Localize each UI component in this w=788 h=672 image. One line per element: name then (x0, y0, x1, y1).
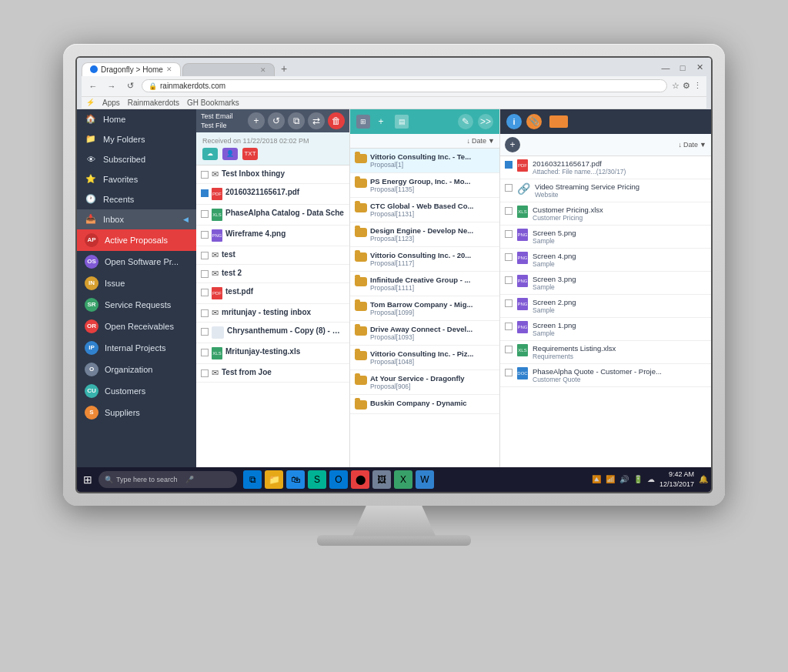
email-checkbox[interactable] (201, 171, 209, 179)
list-item[interactable]: PNG Wireframe 4.png (196, 226, 349, 246)
file-checkbox[interactable] (505, 253, 513, 261)
chevron-right-btn[interactable]: >> (478, 114, 493, 129)
email-checkbox[interactable] (201, 349, 209, 356)
proposal-item[interactable]: Infinitude Creative Group - ... Proposal… (350, 272, 499, 296)
file-checkbox[interactable] (505, 299, 513, 307)
notification-icon[interactable]: 🔔 (699, 475, 708, 483)
bookmark-rainmakerdots[interactable]: Rainmakerdots (128, 99, 179, 107)
edit-icon-btn[interactable]: ✎ (458, 114, 473, 129)
info-icon[interactable]: i (506, 114, 522, 129)
sidebar-item-subscribed[interactable]: 👁 Subscribed (77, 149, 196, 169)
delete-btn[interactable]: 🗑 (328, 112, 345, 129)
browser-tab-inactive[interactable]: ✕ (182, 63, 275, 76)
proposal-item[interactable]: At Your Service - Dragonfly Proposal[906… (350, 370, 499, 395)
proposal-item[interactable]: PS Energy Group, Inc. - Mo... Proposal[1… (350, 173, 499, 198)
tab-close-btn-2[interactable]: ✕ (260, 66, 266, 74)
inbox-collapse-icon[interactable]: ◀ (183, 216, 189, 223)
bookmark-star-icon[interactable]: ☆ (672, 81, 679, 91)
start-button[interactable]: ⊞ (80, 472, 95, 487)
proposal-item[interactable]: Vittorio Consulting Inc. - Te... Proposa… (350, 149, 499, 173)
proposal-item[interactable]: Vittorio Consulting Inc. - Piz... Propos… (350, 346, 499, 370)
refresh-btn[interactable]: ↺ (268, 112, 285, 129)
email-checkbox[interactable] (201, 231, 209, 239)
sidebar-item-customers[interactable]: CU Customers (77, 380, 196, 402)
minimize-btn[interactable]: — (659, 61, 673, 75)
file-list-item[interactable]: XLS Requirements Listing.xlsx Requiremen… (500, 341, 711, 364)
file-list-item[interactable]: PNG Screen 5.png Sample (500, 226, 711, 249)
proposal-item[interactable]: Buskin Company - Dynamic (350, 395, 499, 414)
new-tab-button[interactable]: + (276, 61, 292, 76)
sidebar-item-suppliers[interactable]: S Suppliers (77, 402, 196, 423)
file-list-item[interactable]: PDF 20160321165617.pdf Attached: File na… (500, 156, 711, 179)
forward-btn[interactable]: → (105, 79, 119, 93)
email-checkbox[interactable] (201, 270, 209, 278)
email-checkbox[interactable] (201, 289, 209, 296)
file-list-item[interactable]: DOC PhaseAlpha Quote - Customer - Proje.… (500, 364, 711, 387)
move-btn[interactable]: ⇄ (308, 112, 325, 129)
bookmark-gh[interactable]: GH Bookmarks (187, 99, 239, 107)
email-checkbox[interactable] (201, 369, 209, 377)
photos-btn[interactable]: 🖼 (372, 470, 391, 489)
add-btn[interactable]: + (248, 112, 265, 129)
list-item[interactable]: Chrysanthemum - Copy (8) - Co... (196, 323, 349, 343)
email-checkbox[interactable] (201, 252, 209, 259)
email-checkbox[interactable] (201, 189, 209, 197)
file-checkbox[interactable] (505, 276, 513, 284)
file-checkbox[interactable] (505, 161, 513, 169)
menu-icon[interactable]: ⋮ (693, 81, 702, 91)
sidebar-item-home[interactable]: 🏠 Home (77, 109, 196, 129)
files-add-btn[interactable]: + (505, 137, 520, 152)
browser-tab-active[interactable]: Dragonfly > Home ✕ (82, 62, 181, 76)
list-item[interactable]: XLS PhaseAlpha Catalog - Data Sche (196, 205, 349, 226)
refresh-btn[interactable]: ↺ (123, 79, 137, 93)
sidebar-item-service-requests[interactable]: SR Service Requests (77, 294, 196, 316)
file-checkbox[interactable] (505, 369, 513, 376)
file-checkbox[interactable] (505, 184, 513, 192)
proposal-item[interactable]: CTC Global - Web Based Co... Proposal[11… (350, 198, 499, 222)
proposal-item[interactable]: Tom Barrow Company - Mig... Proposal[109… (350, 296, 499, 321)
maximize-btn[interactable]: □ (676, 61, 690, 75)
sidebar-item-inbox[interactable]: 📥 Inbox ◀ (77, 209, 196, 229)
email-checkbox[interactable] (201, 210, 209, 218)
chrome-btn[interactable]: ⬤ (351, 470, 369, 489)
sidebar-item-organization[interactable]: O Organization (77, 359, 196, 380)
list-item[interactable]: ✉ Test from Joe (196, 364, 349, 383)
tab-close-btn[interactable]: ✕ (166, 65, 172, 73)
list-item[interactable]: ✉ test (196, 246, 349, 265)
store-app-btn[interactable]: 🛍 (286, 470, 305, 489)
file-list-item[interactable]: PNG Screen 4.png Sample (500, 249, 711, 272)
skype-btn[interactable]: S (308, 470, 326, 489)
grid-view-btn[interactable]: ⊞ (356, 115, 370, 129)
layout-icon[interactable]: ▤ (395, 115, 409, 129)
cloud-red-icon[interactable]: TXT (242, 148, 258, 160)
close-btn[interactable]: ✕ (693, 61, 706, 75)
back-btn[interactable]: ← (86, 79, 100, 93)
list-item[interactable]: PDF test.pdf (196, 283, 349, 304)
list-item[interactable]: PDF 20160321165617.pdf (196, 184, 349, 205)
email-checkbox[interactable] (201, 309, 209, 317)
orange-tab[interactable] (549, 115, 568, 128)
file-list-item[interactable]: PNG Screen 2.png Sample (500, 295, 711, 318)
file-list-item[interactable]: XLS Customer Pricing.xlsx Customer Prici… (500, 202, 711, 226)
proposal-item[interactable]: Drive Away Connect - Devel... Proposal[1… (350, 321, 499, 346)
list-item[interactable]: ✉ Test Inbox thingy (196, 165, 349, 184)
email-checkbox[interactable] (201, 328, 209, 336)
file-list-item[interactable]: 🔗 Video Streaming Service Pricing Websit… (500, 179, 711, 202)
sidebar-item-myfolders[interactable]: 📁 My Folders (77, 129, 196, 149)
list-item[interactable]: XLS Mritunjay-testing.xls (196, 343, 349, 364)
file-checkbox[interactable] (505, 207, 513, 215)
paperclip-icon[interactable]: 📎 (526, 114, 542, 129)
cloud-purple-icon[interactable]: 👤 (222, 148, 238, 160)
outlook-btn[interactable]: O (329, 470, 348, 489)
extensions-icon[interactable]: ⚙ (683, 81, 690, 91)
excel-btn[interactable]: X (394, 470, 412, 489)
files-app-btn[interactable]: 📁 (265, 470, 283, 489)
proposals-add-btn[interactable]: + (373, 114, 389, 129)
file-list-item[interactable]: PNG Screen 3.png Sample (500, 272, 711, 295)
address-bar[interactable]: 🔒 rainmakerdots.com (142, 79, 667, 92)
sidebar-item-issue[interactable]: IN Issue (77, 272, 196, 294)
sidebar-item-favorites[interactable]: ⭐ Favorites (77, 169, 196, 189)
list-item[interactable]: ✉ mritunjay - testing inbox (196, 304, 349, 323)
sidebar-item-open-software[interactable]: OS Open Software Pr... (77, 251, 196, 272)
bookmark-apps[interactable]: Apps (102, 99, 120, 107)
